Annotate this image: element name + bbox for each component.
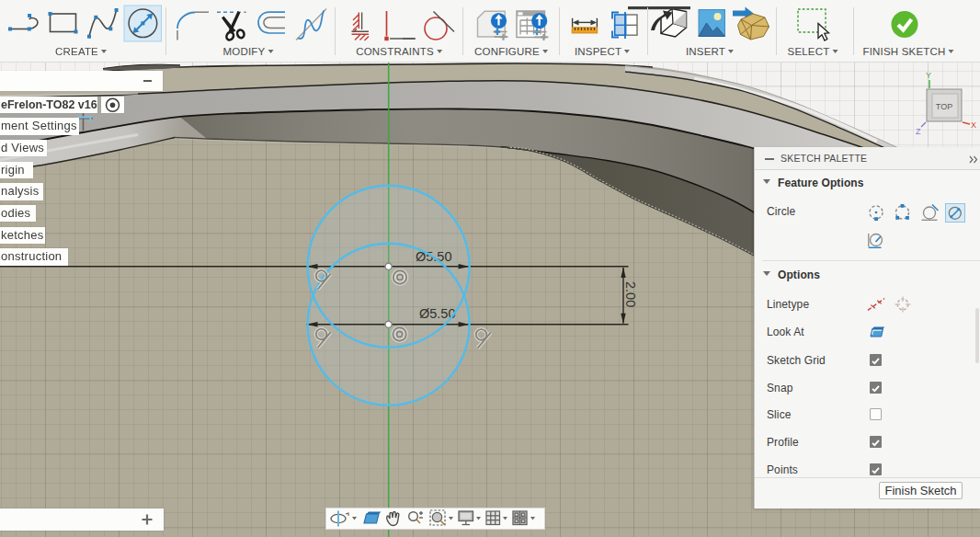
svg-text:Y: Y [926, 71, 931, 80]
svg-text:Z: Z [916, 127, 921, 136]
svg-text:TOP: TOP [936, 102, 952, 111]
svg-text:2.00: 2.00 [623, 281, 638, 307]
svg-text:X: X [971, 120, 976, 130]
